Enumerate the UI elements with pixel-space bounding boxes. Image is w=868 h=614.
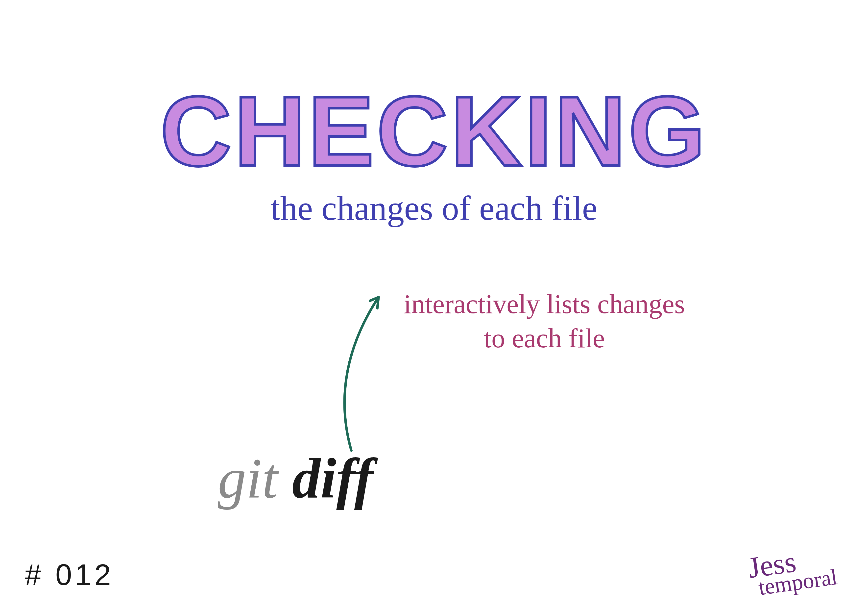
card-title: CHECKING: [160, 74, 708, 188]
annotation-text: interactively lists changes to each file: [383, 287, 705, 355]
card-subtitle: the changes of each file: [270, 188, 598, 228]
command-base: git: [218, 447, 278, 510]
command-text: git diff: [218, 446, 373, 511]
command-subcommand: diff: [292, 447, 373, 510]
author-signature: Jess temporal: [747, 544, 838, 597]
git-study-card: CHECKING the changes of each file intera…: [0, 0, 868, 614]
annotation-line-2: to each file: [383, 321, 705, 356]
card-number: # 012: [25, 558, 114, 592]
arrow-icon: [327, 287, 391, 455]
annotation-line-1: interactively lists changes: [383, 287, 705, 321]
